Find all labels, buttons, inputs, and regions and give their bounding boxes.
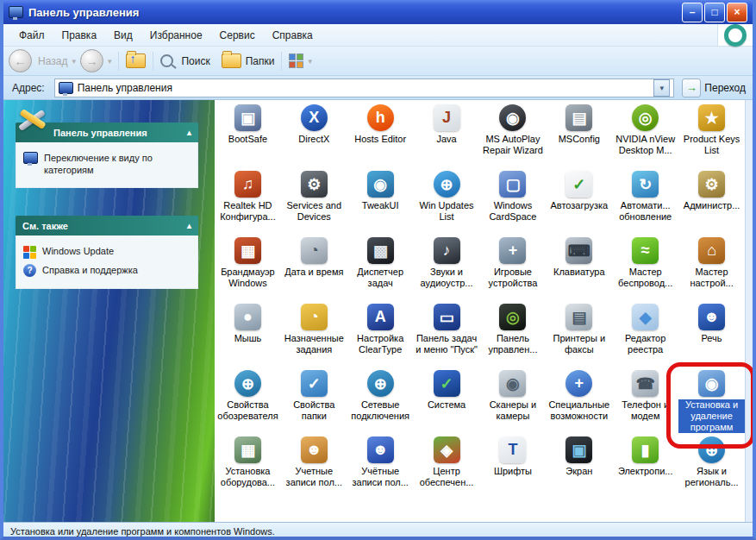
grid-item-game-controllers[interactable]: +Игровые устройства [480,237,547,304]
menu-file[interactable]: Файл [10,27,53,44]
grid-item-user-accounts-2[interactable]: ☻Учетные записи пол... [281,436,347,503]
grid-item-date-time[interactable]: ◔Дата и время [281,237,347,304]
grid-item-bootsafe[interactable]: ▣BootSafe [215,104,281,171]
grid-item-wireless-wizard[interactable]: ≈Мастер беспровод... [612,237,678,304]
grid-item-label: Центр обеспечен... [414,466,479,488]
grid-item-directx[interactable]: XDirectX [281,104,347,171]
back-button-label[interactable]: Назад [38,55,67,67]
folder-options-icon: ✓ [301,370,328,397]
views-icon[interactable] [289,53,303,68]
grid-item-java[interactable]: JJava [414,104,480,171]
back-button-icon[interactable]: ← [9,49,32,72]
menu-favorites[interactable]: Избранное [141,27,211,44]
grid-item-scheduled-tasks[interactable]: ◔Назначенные задания [281,304,347,370]
grid-item-msconfig[interactable]: ▤MSConfig [546,104,612,171]
grid-item-windows-firewall[interactable]: ▦Брандмауэр Windows [215,237,281,304]
menu-view[interactable]: Вид [105,27,141,44]
collapse-arrow-icon[interactable]: ▴ [187,128,191,137]
sidebar-item-switch-to-category-view[interactable]: Переключение к виду по категориям [23,149,192,179]
grid-item-add-hardware[interactable]: ▦Установка оборудова... [215,436,281,503]
grid-item-tweakui[interactable]: ◉TweakUI [347,171,414,237]
back-dropdown-icon[interactable]: ▾ [72,57,76,66]
grid-item-folder-options[interactable]: ✓Свойства папки [281,370,347,436]
grid-item-realtek-hd[interactable]: ♫Realtek HD Конфигура... [215,171,281,237]
grid-item-label: Hosts Editor [354,134,406,145]
task-manager-icon: ▩ [367,237,394,264]
regional-options-icon: ⊕ [698,436,725,463]
grid-item-speech[interactable]: ☻Речь [678,304,745,370]
grid-item-label: Свойства папки [281,399,347,422]
search-icon[interactable] [160,54,173,67]
grid-item-hosts-editor[interactable]: hHosts Editor [347,104,414,171]
user-accounts-icon: ☻ [367,436,394,463]
views-dropdown-icon[interactable]: ▾ [308,57,312,66]
grid-item-scanners-cameras[interactable]: ◉Сканеры и камеры [480,370,547,436]
accessibility-icon: + [565,370,592,397]
control-panel-icon [59,82,73,94]
network-setup-wizard-icon: ⌂ [698,237,725,264]
grid-item-win-updates-list[interactable]: ⊕Win Updates List [414,171,480,237]
panel-header-see-also[interactable]: См. также ▴ [16,216,198,235]
grid-item-ms-autoplay-repair[interactable]: ◉MS AutoPlay Repair Wizard [480,104,547,171]
address-input[interactable]: Панель управления ▾ [54,78,675,97]
toolbar-separator [153,52,153,71]
control-panel-window: Панель управления – □ × Файл Правка Вид … [0,0,756,540]
menu-help[interactable]: Справка [264,27,322,44]
grid-item-product-keys-list[interactable]: ★Product Keys List [678,104,745,171]
go-button[interactable]: → Переход [678,78,749,97]
grid-item-label: Администр... [684,200,740,211]
grid-item-admin-tools[interactable]: ⚙Администр... [678,171,745,237]
grid-item-nvidia-nview[interactable]: ◎NVIDIA nView Desktop M... [612,104,678,171]
grid-item-phone-modem[interactable]: ☎Телефон и модем [612,370,678,436]
grid-item-services-and-devices[interactable]: ⚙Services and Devices [281,171,347,237]
grid-item-cleartype-tuning[interactable]: AНастройка ClearType [347,304,414,370]
sidebar-item-help-and-support[interactable]: ? Справка и поддержка [23,261,192,279]
grid-item-system[interactable]: ✓Система [414,370,480,436]
grid-item-label: Мастер беспровод... [613,267,678,289]
menu-tools[interactable]: Сервис [211,27,264,44]
grid-item-label: Win Updates List [414,200,479,223]
grid-item-taskbar-startmenu[interactable]: ▭Панель задач и меню "Пуск" [414,304,480,370]
search-button-label[interactable]: Поиск [181,55,209,67]
grid-item-internet-options[interactable]: ⊕Свойства обозревателя [215,370,281,436]
grid-item-label: Диспетчер задач [347,267,413,289]
grid-item-security-center[interactable]: ◈Центр обеспечен... [414,436,480,503]
grid-item-label: Product Keys List [679,134,745,156]
scrollbar[interactable] [745,100,753,522]
grid-item-task-manager[interactable]: ▩Диспетчер задач [347,237,414,304]
grid-item-keyboard[interactable]: ⌨Клавиатура [546,237,612,304]
title-bar[interactable]: Панель управления – □ × [3,0,753,24]
folders-icon[interactable] [222,53,241,68]
collapse-arrow-icon[interactable]: ▴ [187,221,191,230]
folders-button-label[interactable]: Папки [246,55,275,67]
grid-item-nvidia-control-panel[interactable]: ◎Панель управлен... [480,304,547,370]
grid-item-mouse[interactable]: ●Мышь [215,304,281,370]
minimize-button[interactable]: – [682,3,703,22]
maximize-button[interactable]: □ [704,3,725,22]
services-and-devices-icon: ⚙ [301,171,328,198]
grid-item-label: Брандмауэр Windows [215,267,280,289]
up-folder-icon[interactable]: ↑ [126,53,146,68]
grid-item-printers-faxes[interactable]: ▤Принтеры и факсы [546,304,612,370]
grid-item-power-options[interactable]: ▮Электропи... [612,436,678,503]
grid-item-autostart[interactable]: ✓Автозагрузка [546,171,612,237]
grid-item-regional-options[interactable]: ⊕Язык и региональ... [678,436,745,503]
forward-dropdown-icon[interactable]: ▾ [108,57,112,66]
grid-item-fonts[interactable]: TШрифты [480,436,547,503]
close-button[interactable]: × [727,3,747,22]
menu-edit[interactable]: Правка [53,27,106,44]
grid-item-add-remove-programs[interactable]: ◉Установка и удаление программ [678,370,745,436]
grid-item-accessibility[interactable]: +Специальные возможности [546,370,612,436]
grid-item-display[interactable]: ▣Экран [546,436,612,503]
grid-item-user-accounts[interactable]: ☻Учётные записи пол... [347,436,414,503]
grid-item-sounds-audio[interactable]: ♪Звуки и аудиоустр... [414,237,480,304]
address-dropdown-icon[interactable]: ▾ [653,79,670,97]
grid-item-network-setup-wizard[interactable]: ⌂Мастер настрой... [678,237,745,304]
grid-item-automatic-updates[interactable]: ↻Автомати... обновление [612,171,678,237]
sidebar-item-windows-update[interactable]: Windows Update [23,242,192,261]
grid-item-windows-cardspace[interactable]: ▢Windows CardSpace [480,171,547,237]
grid-item-registry-editor[interactable]: ◆Редактор реестра [612,304,678,370]
forward-button-icon[interactable]: → [80,49,103,72]
grid-item-network-connections[interactable]: ⊕Сетевые подключения [347,370,414,436]
grid-item-label: Сканеры и камеры [480,399,546,422]
